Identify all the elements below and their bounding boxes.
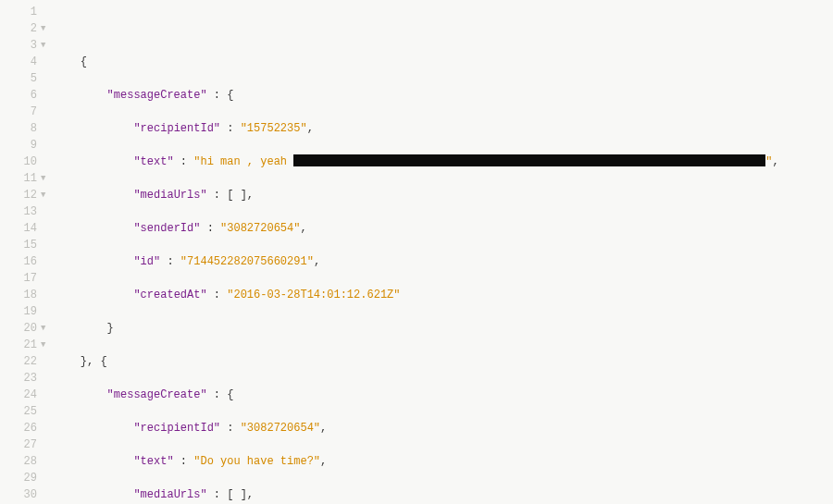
json-string: "2016-03-28T14:01:12.621Z": [227, 289, 400, 301]
punct: :: [174, 155, 194, 168]
code-line: }: [54, 320, 833, 337]
code-line: "createdAt" : "2016-03-28T14:01:12.621Z": [54, 287, 833, 303]
punct: : [ ],: [207, 488, 254, 501]
json-key: "mediaUrls": [133, 488, 206, 501]
line-number: 11: [0, 170, 41, 187]
line-number: 15: [0, 237, 41, 253]
punct: : [ ],: [207, 189, 254, 202]
json-key: "senderId": [133, 222, 200, 235]
line-number: 2: [0, 20, 41, 37]
punct: ,: [300, 222, 306, 235]
fold-toggle-icon[interactable]: ▼: [41, 170, 54, 187]
line-number: 4: [0, 54, 41, 70]
punct: ,: [314, 255, 320, 268]
fold-gutter: ▼ ▼ ▼ ▼ ▼ ▼: [41, 0, 54, 504]
line-number: 20: [0, 320, 41, 337]
code-line: "text" : "Do you have time?",: [54, 453, 833, 470]
line-number: 25: [0, 403, 41, 420]
json-key: "messageCreate": [107, 388, 207, 401]
line-number: 19: [0, 303, 41, 320]
line-number: 12: [0, 187, 41, 203]
brace-open: {: [81, 55, 87, 68]
line-number: 16: [0, 253, 41, 270]
punct: ,: [320, 455, 327, 468]
line-number: 21: [0, 337, 41, 353]
json-key: "recipientId": [133, 422, 220, 435]
line-number: 26: [0, 420, 41, 436]
json-key: "messageCreate": [107, 89, 207, 102]
line-number: 17: [0, 270, 41, 287]
brace-close: }: [107, 322, 114, 335]
line-number: 30: [0, 486, 41, 503]
code-line: [54, 20, 833, 37]
fold-toggle-icon[interactable]: ▼: [41, 337, 54, 353]
code-line: "recipientId" : "15752235",: [54, 120, 833, 137]
punct: : {: [207, 388, 234, 401]
line-number: 7: [0, 104, 41, 120]
punct: :: [207, 289, 228, 301]
line-number: 14: [0, 220, 41, 237]
line-number: 18: [0, 287, 41, 303]
json-key: "mediaUrls": [133, 189, 206, 202]
punct: :: [220, 122, 241, 135]
punct: }, {: [81, 355, 107, 368]
fold-toggle-icon[interactable]: ▼: [41, 320, 54, 337]
fold-toggle-icon[interactable]: ▼: [41, 187, 54, 203]
code-area[interactable]: { "messageCreate" : { "recipientId" : "1…: [54, 0, 833, 504]
code-line: {: [54, 54, 833, 70]
code-line: "text" : "hi man , yeah ",: [54, 154, 833, 170]
punct: :: [200, 222, 220, 235]
json-string: "3082720654": [241, 422, 320, 435]
line-number: 5: [0, 70, 41, 87]
code-line: "mediaUrls" : [ ],: [54, 187, 833, 203]
fold-toggle-icon[interactable]: ▼: [41, 37, 54, 54]
punct: :: [160, 255, 180, 268]
line-number: 13: [0, 203, 41, 220]
code-line: "messageCreate" : {: [54, 87, 833, 104]
code-line: }, {: [54, 353, 833, 370]
json-string: "Do you have time?": [193, 455, 320, 468]
json-key: "text": [133, 455, 173, 468]
line-number: 10: [0, 154, 41, 170]
code-line: "messageCreate" : {: [54, 387, 833, 403]
line-number-gutter: 1 2 3 4 5 6 7 8 9 10 11 12 13 14 15 16 1…: [0, 0, 41, 504]
redaction-bar: [293, 154, 765, 166]
line-number: 22: [0, 353, 41, 370]
line-number: 3: [0, 37, 41, 54]
code-line: "id" : "714452282075660291",: [54, 253, 833, 270]
punct: ,: [772, 155, 778, 168]
punct: : {: [207, 89, 234, 102]
line-number: 9: [0, 137, 41, 154]
punct: :: [174, 455, 194, 468]
json-key: "recipientId": [133, 122, 220, 135]
line-number: 1: [0, 4, 41, 20]
json-key: "createdAt": [133, 289, 206, 301]
json-string: "714452282075660291": [180, 255, 314, 268]
code-editor: 1 2 3 4 5 6 7 8 9 10 11 12 13 14 15 16 1…: [0, 0, 833, 504]
line-number: 27: [0, 436, 41, 453]
line-number: 23: [0, 370, 41, 387]
line-number: 6: [0, 87, 41, 104]
json-string: "hi man , yeah: [193, 155, 293, 168]
punct: ,: [307, 122, 314, 135]
code-line: "mediaUrls" : [ ],: [54, 486, 833, 503]
line-number: 8: [0, 120, 41, 137]
punct: :: [220, 422, 241, 435]
json-key: "id": [133, 255, 160, 268]
punct: ,: [320, 422, 327, 435]
json-string: "15752235": [241, 122, 307, 135]
line-number: 24: [0, 387, 41, 403]
line-number: 29: [0, 470, 41, 486]
json-string: "3082720654": [220, 222, 300, 235]
code-line: "recipientId" : "3082720654",: [54, 420, 833, 436]
code-line: "senderId" : "3082720654",: [54, 220, 833, 237]
fold-toggle-icon[interactable]: ▼: [41, 20, 54, 37]
line-number: 28: [0, 453, 41, 470]
json-key: "text": [133, 155, 173, 168]
